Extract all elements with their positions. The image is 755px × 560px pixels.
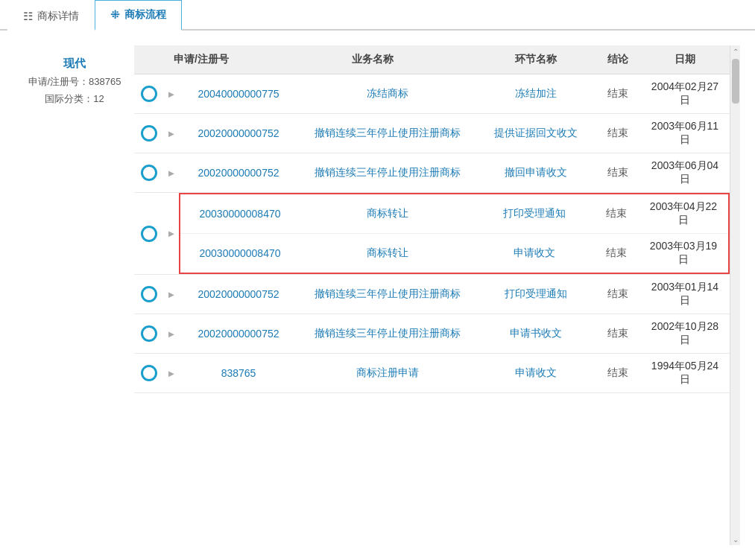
cell-date: 2002年10月28日 <box>640 320 730 347</box>
cell-app-no: 20020000000752 <box>179 127 298 139</box>
cell-date: 1994年05月24日 <box>640 360 730 386</box>
cell-business: 撤销连续三年停止使用注册商标 <box>298 287 476 301</box>
cell-date: 2003年03月19日 <box>639 240 728 267</box>
cell-app-no: 20040000000775 <box>179 88 298 100</box>
app-no-label: 申请/注册号：838765 <box>28 73 121 90</box>
col-date: 日期 <box>640 53 730 66</box>
cell-date: 2003年06月11日 <box>640 120 730 147</box>
cell-conclusion: 结束 <box>596 366 640 380</box>
normal-table-row[interactable]: 838765商标注册申请申请收文结束1994年05月24日 <box>179 354 730 392</box>
table-body: ►20040000000775冻结商标冻结加注结束2004年02月27日►200… <box>134 74 730 545</box>
left-panel: 现代 申请/注册号：838765 国际分类：12 <box>15 45 134 545</box>
col-app-no: 申请/注册号 <box>134 53 268 66</box>
cell-business: 撤销连续三年停止使用注册商标 <box>298 166 476 179</box>
cell-app-no: 20020000000752 <box>179 328 298 340</box>
timeline-circle <box>134 365 164 381</box>
col-business: 业务名称 <box>268 53 476 66</box>
cell-date: 2003年06月04日 <box>640 159 730 186</box>
cell-step: 申请书收文 <box>476 327 596 340</box>
main-container: ☷ 商标详情 ⁜ 商标流程 现代 申请/注册号：838765 国际分类：12 申… <box>0 0 755 560</box>
highlighted-table-row[interactable]: 20030000008470商标转让打印受理通知结束2003年04月22日 <box>180 194 728 234</box>
cell-app-no: 20020000000752 <box>179 167 298 179</box>
detail-icon: ☷ <box>23 10 33 23</box>
content-area: 现代 申请/注册号：838765 国际分类：12 申请/注册号 业务名称 环节名… <box>0 31 755 560</box>
cell-conclusion: 结束 <box>596 87 640 101</box>
table-row[interactable]: ►20020000000752撤销连续三年停止使用注册商标申请书收文结束2002… <box>134 314 730 354</box>
arrow-indicator: ► <box>164 368 179 379</box>
cell-step: 提供证据回文收文 <box>476 127 596 140</box>
table-row[interactable]: ►20020000000752撤销连续三年停止使用注册商标提供证据回文收文结束2… <box>134 114 730 153</box>
col-conclusion: 结论 <box>596 53 640 66</box>
table-row[interactable]: ►20040000000775冻结商标冻结加注结束2004年02月27日 <box>134 74 730 114</box>
cell-conclusion: 结束 <box>596 327 640 340</box>
cell-step: 申请收文 <box>475 246 594 260</box>
scroll-thumb[interactable] <box>732 59 739 104</box>
table-header: 申请/注册号 业务名称 环节名称 结论 日期 <box>134 45 730 74</box>
scrollbar[interactable]: ⌃ ⌄ <box>730 45 740 545</box>
tab-trademark-detail[interactable]: ☷ 商标详情 <box>7 1 95 31</box>
cell-business: 商标转让 <box>300 207 475 220</box>
timeline-circle <box>134 86 164 102</box>
cell-app-no: 20030000008470 <box>180 247 300 259</box>
flow-icon: ⁜ <box>110 8 120 22</box>
timeline-circle <box>134 226 164 242</box>
tab-flow-label: 商标流程 <box>124 8 166 22</box>
cell-step: 撤回申请收文 <box>476 166 596 179</box>
tab-trademark-flow[interactable]: ⁜ 商标流程 <box>95 0 182 31</box>
cell-app-no: 20020000000752 <box>179 288 298 300</box>
arrow-indicator: ► <box>164 328 179 340</box>
cell-step: 冻结加注 <box>476 87 596 101</box>
tab-bar: ☷ 商标详情 ⁜ 商标流程 <box>0 0 755 31</box>
cell-conclusion: 结束 <box>596 166 640 179</box>
table-row[interactable]: ►838765商标注册申请申请收文结束1994年05月24日 <box>134 354 730 393</box>
cell-business: 商标转让 <box>300 246 475 260</box>
cell-step: 申请收文 <box>476 366 596 380</box>
timeline-circle <box>134 125 164 141</box>
arrow-indicator: ► <box>164 168 179 179</box>
cell-business: 商标注册申请 <box>298 366 476 380</box>
col-step: 环节名称 <box>476 53 596 66</box>
cell-date: 2003年04月22日 <box>639 200 728 227</box>
cell-conclusion: 结束 <box>596 127 640 140</box>
cell-app-no: 20030000008470 <box>180 208 300 220</box>
normal-table-row[interactable]: 20040000000775冻结商标冻结加注结束2004年02月27日 <box>179 74 730 113</box>
normal-table-row[interactable]: 20020000000752撤销连续三年停止使用注册商标提供证据回文收文结束20… <box>179 114 730 153</box>
brand-name: 现代 <box>63 53 86 73</box>
int-class-label: 国际分类：12 <box>45 90 104 107</box>
arrow-indicator: ► <box>164 228 179 239</box>
arrow-indicator: ► <box>164 89 179 100</box>
cell-conclusion: 结束 <box>596 287 640 301</box>
cell-date: 2003年01月14日 <box>640 281 730 308</box>
timeline-circle <box>134 286 164 302</box>
scroll-track <box>730 57 740 533</box>
table-row[interactable]: ►20020000000752撤销连续三年停止使用注册商标打印受理通知结束200… <box>134 275 730 314</box>
normal-table-row[interactable]: 20020000000752撤销连续三年停止使用注册商标申请书收文结束2002年… <box>179 314 730 353</box>
normal-table-row[interactable]: 20020000000752撤销连续三年停止使用注册商标撤回申请收文结束2003… <box>179 153 730 192</box>
scroll-up-button[interactable]: ⌃ <box>730 45 741 57</box>
arrow-indicator: ► <box>164 289 179 300</box>
cell-step: 打印受理通知 <box>475 207 594 220</box>
table-area: 申请/注册号 业务名称 环节名称 结论 日期 ►20040000000775冻结… <box>134 45 730 545</box>
cell-app-no: 838765 <box>179 367 298 379</box>
table-row[interactable]: ►20030000008470商标转让打印受理通知结束2003年04月22日20… <box>134 193 730 275</box>
timeline-circle <box>134 165 164 181</box>
highlighted-table-row[interactable]: 20030000008470商标转让申请收文结束2003年03月19日 <box>180 234 728 273</box>
cell-business: 撤销连续三年停止使用注册商标 <box>298 127 476 140</box>
cell-step: 打印受理通知 <box>476 287 596 301</box>
cell-business: 撤销连续三年停止使用注册商标 <box>298 327 476 340</box>
cell-conclusion: 结束 <box>594 246 639 260</box>
timeline-circle <box>134 325 164 342</box>
tab-detail-label: 商标详情 <box>37 10 79 23</box>
arrow-indicator: ► <box>164 128 179 139</box>
cell-date: 2004年02月27日 <box>640 80 730 107</box>
normal-table-row[interactable]: 20020000000752撤销连续三年停止使用注册商标打印受理通知结束2003… <box>179 275 730 314</box>
cell-conclusion: 结束 <box>594 207 639 220</box>
table-row[interactable]: ►20020000000752撤销连续三年停止使用注册商标撤回申请收文结束200… <box>134 153 730 193</box>
cell-business: 冻结商标 <box>298 87 476 101</box>
scroll-down-button[interactable]: ⌄ <box>730 533 741 545</box>
